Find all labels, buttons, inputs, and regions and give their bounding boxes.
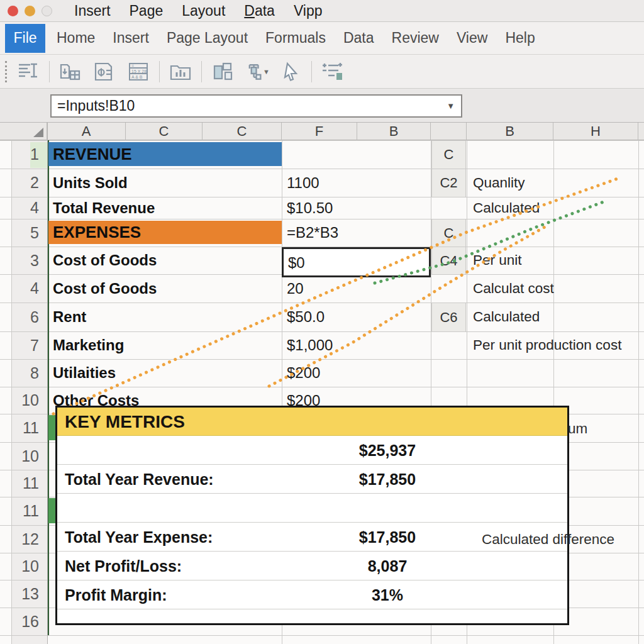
label-cell[interactable]: Total Revenue (53, 197, 155, 219)
insert-sheet-icon[interactable] (57, 58, 84, 85)
quick-toolbar: 15 X 28A & B= ▼ (0, 55, 644, 89)
metric-value[interactable]: $17,850 (290, 523, 485, 552)
metric-value[interactable]: $17,850 (290, 465, 485, 494)
tab-page-layout[interactable]: Page Layout (167, 30, 248, 47)
menu-vipp[interactable]: Vipp (294, 3, 323, 19)
tab-review[interactable]: Review (392, 30, 439, 47)
row-header[interactable]: 10 (11, 553, 39, 580)
label-cell[interactable]: Rent (53, 303, 86, 331)
pointer-icon[interactable] (277, 58, 304, 85)
label-cell[interactable]: Cost of Goods (53, 247, 157, 274)
tab-formulas[interactable]: Formuals (265, 30, 326, 47)
code-cell[interactable]: C (431, 219, 466, 247)
note-cell[interactable]: Per unit production cost (473, 331, 621, 359)
note-cell[interactable]: Per unit (473, 247, 522, 274)
metric-value[interactable]: $25,937 (290, 436, 485, 465)
row-header[interactable]: 1 (11, 140, 39, 169)
row-header[interactable]: 5 (11, 219, 39, 247)
menu-data-rest: ata (255, 3, 275, 19)
note-cell[interactable]: Calculated (473, 197, 540, 219)
metric-value[interactable]: 31% (290, 580, 485, 609)
label-cell[interactable]: Cost of Goods (53, 274, 157, 303)
folder-chart-icon[interactable] (167, 58, 194, 85)
metric-value[interactable]: 8,087 (290, 552, 485, 580)
value-cell[interactable]: $50.0 (282, 303, 428, 331)
code-cell[interactable]: C (431, 141, 466, 169)
tab-home[interactable]: Home (57, 30, 95, 47)
row-header[interactable]: 4 (11, 197, 39, 219)
code-cell[interactable]: C4 (431, 247, 466, 274)
spreadsheet-grid: A C C F B B H 1REVENUEC2Units Sold1100C2… (0, 123, 644, 644)
row-header[interactable]: 3 (11, 247, 39, 274)
note-cell[interactable]: Quanlity (473, 169, 525, 197)
expenses-section-header-cell[interactable]: EXPENSES (48, 221, 282, 244)
menu-insert[interactable]: Insert (74, 3, 111, 19)
row-header[interactable]: 11 (11, 497, 39, 525)
row-header[interactable]: 4 (11, 274, 39, 303)
value-cell[interactable]: 1100 (282, 169, 428, 197)
layout-panels-icon[interactable] (209, 58, 236, 85)
row-header[interactable]: 13 (11, 580, 39, 608)
close-window-button[interactable] (8, 6, 18, 16)
key-metrics-title: KEY METRICS (57, 408, 567, 436)
gridline-vertical (638, 140, 639, 644)
formula-input[interactable]: =Inputs!B10 ▼ (50, 94, 462, 118)
value-cell[interactable]: $10.50 (282, 197, 428, 219)
row-header[interactable]: 10 (11, 442, 39, 470)
formula-text: =Inputs!B10 (52, 97, 447, 114)
note-cell[interactable]: Calculat cost (473, 274, 554, 303)
toolbar-separator (201, 61, 202, 82)
row-header[interactable]: 11 (11, 414, 39, 442)
code-cell[interactable]: C6 (431, 303, 466, 331)
label-cell[interactable]: Units Sold (53, 169, 128, 197)
page-settings-icon[interactable] (91, 58, 118, 85)
selected-cell[interactable]: $0 (282, 247, 431, 277)
outline-list-icon[interactable] (319, 58, 346, 85)
cell-note-um: um (568, 416, 587, 441)
label-cell[interactable]: Utilaities (53, 359, 116, 387)
menu-layout[interactable]: Layout (182, 3, 225, 19)
key-metrics-panel: KEY METRICS $25,937 Total Year Revenue: … (55, 406, 569, 625)
row-header[interactable]: 8 (11, 359, 39, 387)
cell-note-calculated-difference: Calculated difference (482, 527, 614, 552)
row-header[interactable]: 2 (11, 169, 39, 197)
minimize-window-button[interactable] (25, 6, 35, 16)
tab-data[interactable]: Data (343, 30, 374, 47)
value-cell[interactable]: $1,000 (282, 331, 428, 359)
note-cell[interactable]: Calculated (473, 303, 540, 331)
ribbon-tabbar: File Home Insert Page Layout Formuals Da… (0, 22, 644, 55)
value-cell[interactable]: $200 (282, 359, 428, 387)
toolbar-drag-handle[interactable] (5, 61, 8, 82)
tab-file[interactable]: File (5, 24, 45, 53)
revenue-section-header-cell[interactable]: REVENUE (48, 142, 282, 166)
metric-label: Net Profit/Loss: (65, 552, 182, 580)
label-cell[interactable]: Marketing (53, 331, 124, 359)
metric-label: Total Year Expense: (65, 523, 213, 552)
row-header[interactable]: 11 (11, 470, 39, 497)
app-window: Insert Page Layout Data Vipp File Home I… (0, 0, 644, 644)
row-header[interactable]: 12 (11, 525, 39, 553)
toolbar-separator (49, 61, 50, 82)
value-cell[interactable]: =B2*B3 (282, 219, 428, 247)
value-cell[interactable]: 20 (282, 274, 428, 303)
menubar: Insert Page Layout Data Vipp (74, 3, 323, 19)
menu-page[interactable]: Page (130, 3, 164, 19)
outline-cursor-icon[interactable] (15, 58, 42, 85)
menu-data[interactable]: Data (244, 3, 275, 19)
code-cell[interactable]: C2 (431, 169, 466, 197)
formula-dropdown-icon[interactable]: ▼ (447, 101, 461, 111)
tab-view[interactable]: View (457, 30, 487, 47)
row-header[interactable]: 7 (11, 331, 39, 359)
function-grid-icon[interactable]: 15 X 28A & B= (125, 58, 152, 85)
tab-help[interactable]: Help (505, 30, 535, 47)
row-header[interactable]: 6 (11, 303, 39, 331)
svg-text:15 X 28: 15 X 28 (131, 69, 147, 73)
tab-insert[interactable]: Insert (113, 30, 149, 47)
row-header[interactable]: 10 (11, 387, 39, 414)
metrics-row (57, 494, 567, 523)
pivot-dropdown-icon[interactable]: ▼ (243, 58, 270, 85)
toolbar-separator (311, 61, 312, 82)
gridline-horizontal (0, 635, 644, 636)
row-header[interactable]: 16 (11, 608, 39, 635)
zoom-window-button[interactable] (42, 6, 52, 16)
